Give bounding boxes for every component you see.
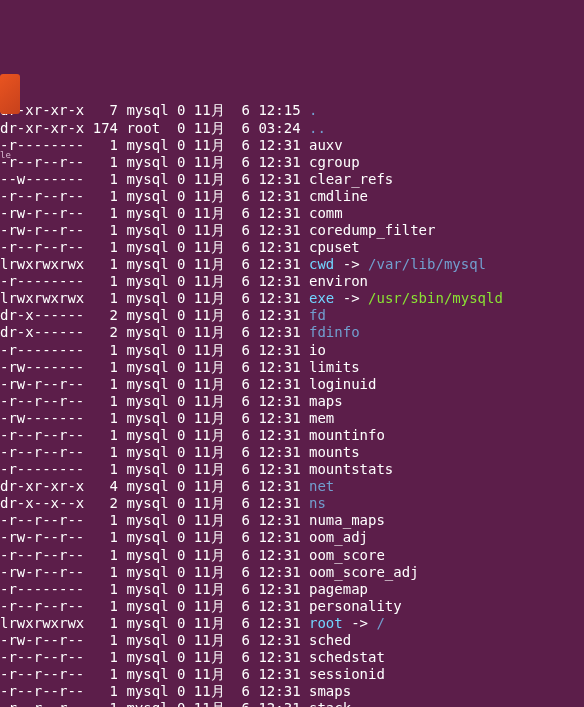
file-name: maps — [309, 393, 343, 409]
file-name: clear_refs — [309, 171, 393, 187]
row-meta: -r-------- 1 mysql 0 11月 6 12:31 — [0, 581, 309, 597]
list-row: -r-------- 1 mysql 0 11月 6 12:31 pagemap — [0, 581, 584, 598]
file-name: net — [309, 478, 334, 494]
list-row: -r--r--r-- 1 mysql 0 11月 6 12:31 session… — [0, 666, 584, 683]
list-row: -rw-r--r-- 1 mysql 0 11月 6 12:31 sched — [0, 632, 584, 649]
list-row: -r-------- 1 mysql 0 11月 6 12:31 io — [0, 342, 584, 359]
file-name: limits — [309, 359, 360, 375]
list-row: dr-xr-xr-x 174 root 0 11月 6 03:24 .. — [0, 120, 584, 137]
file-name: cmdline — [309, 188, 368, 204]
row-meta: lrwxrwxrwx 1 mysql 0 11月 6 12:31 — [0, 290, 309, 306]
row-meta: -r--r--r-- 1 mysql 0 11月 6 12:31 — [0, 427, 309, 443]
list-row: -rw-r--r-- 1 mysql 0 11月 6 12:31 coredum… — [0, 222, 584, 239]
dock-label: le — [0, 150, 20, 161]
file-name: auxv — [309, 137, 343, 153]
dock: le — [0, 40, 20, 178]
row-meta: -r-------- 1 mysql 0 11月 6 12:31 — [0, 461, 309, 477]
list-row: -r-------- 1 mysql 0 11月 6 12:31 environ — [0, 273, 584, 290]
file-name: sessionid — [309, 666, 385, 682]
file-name: stack — [309, 700, 351, 707]
file-name: ns — [309, 495, 326, 511]
file-name: schedstat — [309, 649, 385, 665]
symlink-target: /var/lib/mysql — [368, 256, 486, 272]
row-meta: -r-------- 1 mysql 0 11月 6 12:31 — [0, 273, 309, 289]
list-row: dr-xr-xr-x 4 mysql 0 11月 6 12:31 net — [0, 478, 584, 495]
list-row: -r--r--r-- 1 mysql 0 11月 6 12:31 maps — [0, 393, 584, 410]
file-name: sched — [309, 632, 351, 648]
file-name: coredump_filter — [309, 222, 435, 238]
list-row: dr-x------ 2 mysql 0 11月 6 12:31 fdinfo — [0, 324, 584, 341]
row-meta: -rw------- 1 mysql 0 11月 6 12:31 — [0, 359, 309, 375]
row-meta: -rw-r--r-- 1 mysql 0 11月 6 12:31 — [0, 632, 309, 648]
file-name: personality — [309, 598, 402, 614]
row-meta: -r-------- 1 mysql 0 11月 6 12:31 — [0, 137, 309, 153]
row-meta: -rw-r--r-- 1 mysql 0 11月 6 12:31 — [0, 529, 309, 545]
list-row: -r--r--r-- 1 mysql 0 11月 6 12:31 schedst… — [0, 649, 584, 666]
list-row: --w------- 1 mysql 0 11月 6 12:31 clear_r… — [0, 171, 584, 188]
list-row: -r-------- 1 mysql 0 11月 6 12:31 mountst… — [0, 461, 584, 478]
row-meta: -r--r--r-- 1 mysql 0 11月 6 12:31 — [0, 666, 309, 682]
list-row: -r--r--r-- 1 mysql 0 11月 6 12:31 cmdline — [0, 188, 584, 205]
list-row: -r--r--r-- 1 mysql 0 11月 6 12:31 smaps — [0, 683, 584, 700]
file-name: comm — [309, 205, 343, 221]
row-meta: --w------- 1 mysql 0 11月 6 12:31 — [0, 171, 309, 187]
row-meta: -r--r--r-- 1 mysql 0 11月 6 12:31 — [0, 547, 309, 563]
file-name: mountinfo — [309, 427, 385, 443]
list-row: -rw------- 1 mysql 0 11月 6 12:31 limits — [0, 359, 584, 376]
file-name: .. — [309, 120, 326, 136]
list-row: -rw-r--r-- 1 mysql 0 11月 6 12:31 loginui… — [0, 376, 584, 393]
file-name: . — [309, 102, 317, 118]
list-row: dr-x--x--x 2 mysql 0 11月 6 12:31 ns — [0, 495, 584, 512]
row-meta: -rw-r--r-- 1 mysql 0 11月 6 12:31 — [0, 222, 309, 238]
file-name: mounts — [309, 444, 360, 460]
file-name: loginuid — [309, 376, 376, 392]
symlink-arrow: -> — [334, 290, 368, 306]
list-row: -r-------- 1 mysql 0 11月 6 12:31 auxv — [0, 137, 584, 154]
terminal-output[interactable]: dr-xr-xr-x 7 mysql 0 11月 6 12:15 .dr-xr-… — [0, 102, 584, 707]
file-name: oom_adj — [309, 529, 368, 545]
file-name: environ — [309, 273, 368, 289]
list-row: lrwxrwxrwx 1 mysql 0 11月 6 12:31 cwd -> … — [0, 256, 584, 273]
list-row: -r--r--r-- 1 mysql 0 11月 6 12:31 cgroup — [0, 154, 584, 171]
list-row: -r--r--r-- 1 mysql 0 11月 6 12:31 cpuset — [0, 239, 584, 256]
row-meta: dr-xr-xr-x 7 mysql 0 11月 6 12:15 — [0, 102, 309, 118]
list-row: -rw-r--r-- 1 mysql 0 11月 6 12:31 comm — [0, 205, 584, 222]
row-meta: -r--r--r-- 1 mysql 0 11月 6 12:31 — [0, 154, 309, 170]
file-name: mem — [309, 410, 334, 426]
row-meta: -rw-r--r-- 1 mysql 0 11月 6 12:31 — [0, 376, 309, 392]
row-meta: lrwxrwxrwx 1 mysql 0 11月 6 12:31 — [0, 256, 309, 272]
symlink-arrow: -> — [334, 256, 368, 272]
row-meta: -r--r--r-- 1 mysql 0 11月 6 12:31 — [0, 598, 309, 614]
list-row: -rw-r--r-- 1 mysql 0 11月 6 12:31 oom_adj — [0, 529, 584, 546]
list-row: -r--r--r-- 1 mysql 0 11月 6 12:31 mounts — [0, 444, 584, 461]
file-name: io — [309, 342, 326, 358]
row-meta: -r--r--r-- 1 mysql 0 11月 6 12:31 — [0, 700, 309, 707]
row-meta: -r--r--r-- 1 mysql 0 11月 6 12:31 — [0, 444, 309, 460]
file-name: pagemap — [309, 581, 368, 597]
file-name: cpuset — [309, 239, 360, 255]
files-icon[interactable] — [0, 74, 20, 114]
list-row: -rw-r--r-- 1 mysql 0 11月 6 12:31 oom_sco… — [0, 564, 584, 581]
row-meta: -rw-r--r-- 1 mysql 0 11月 6 12:31 — [0, 564, 309, 580]
list-row: -r--r--r-- 1 mysql 0 11月 6 12:31 oom_sco… — [0, 547, 584, 564]
file-name: cwd — [309, 256, 334, 272]
file-name: smaps — [309, 683, 351, 699]
row-meta: -rw-r--r-- 1 mysql 0 11月 6 12:31 — [0, 205, 309, 221]
row-meta: -r--r--r-- 1 mysql 0 11月 6 12:31 — [0, 393, 309, 409]
row-meta: -r--r--r-- 1 mysql 0 11月 6 12:31 — [0, 188, 309, 204]
file-name: cgroup — [309, 154, 360, 170]
row-meta: -r--r--r-- 1 mysql 0 11月 6 12:31 — [0, 512, 309, 528]
list-row: lrwxrwxrwx 1 mysql 0 11月 6 12:31 root ->… — [0, 615, 584, 632]
file-name: fdinfo — [309, 324, 360, 340]
list-row: dr-x------ 2 mysql 0 11月 6 12:31 fd — [0, 307, 584, 324]
file-name: exe — [309, 290, 334, 306]
file-name: root — [309, 615, 343, 631]
row-meta: dr-x------ 2 mysql 0 11月 6 12:31 — [0, 307, 309, 323]
file-name: fd — [309, 307, 326, 323]
list-row: -r--r--r-- 1 mysql 0 11月 6 12:31 mountin… — [0, 427, 584, 444]
symlink-target: / — [376, 615, 384, 631]
row-meta: dr-x--x--x 2 mysql 0 11月 6 12:31 — [0, 495, 309, 511]
list-row: -r--r--r-- 1 mysql 0 11月 6 12:31 numa_ma… — [0, 512, 584, 529]
row-meta: -r-------- 1 mysql 0 11月 6 12:31 — [0, 342, 309, 358]
row-meta: dr-x------ 2 mysql 0 11月 6 12:31 — [0, 324, 309, 340]
